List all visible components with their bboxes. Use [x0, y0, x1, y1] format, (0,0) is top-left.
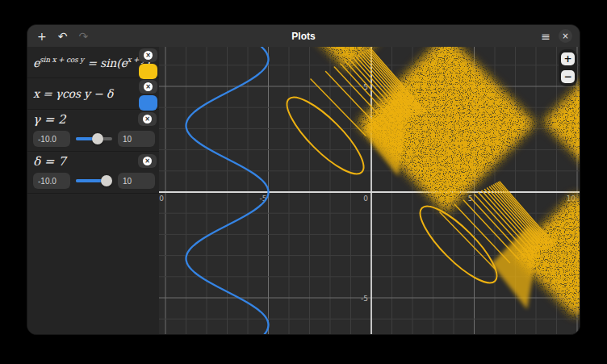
delta-max-input[interactable]: [118, 173, 155, 189]
sidebar: esin x + cos y = sin(ex + y) × x = γcos …: [27, 47, 159, 334]
formula-1-controls: ×: [139, 48, 157, 79]
menu-icon[interactable]: ≡: [541, 31, 550, 42]
redo-icon[interactable]: ↷: [78, 31, 88, 42]
add-equation-button[interactable]: +: [37, 31, 47, 42]
headerbar: + ↶ ↷ Plots ≡ ×: [27, 25, 580, 48]
svg-text:-10: -10: [159, 195, 164, 203]
svg-text:-5: -5: [361, 295, 368, 303]
zoom-out-button[interactable]: −: [561, 70, 575, 83]
plot-canvas[interactable]: -10-55105-50: [159, 47, 580, 335]
delta-min-input[interactable]: [33, 173, 70, 189]
parameter-row-gamma: γ = 2 ×: [27, 110, 159, 152]
desktop-background: + ↶ ↷ Plots ≡ × esin x + cos y = sin(ex …: [0, 0, 607, 364]
window-content: esin x + cos y = sin(ex + y) × x = γcos …: [27, 47, 580, 334]
gamma-label: γ = 2: [33, 112, 66, 127]
remove-circle-icon: ×: [143, 157, 152, 165]
remove-circle-icon: ×: [144, 82, 153, 91]
delta-label: δ = 7: [33, 154, 66, 169]
delta-slider[interactable]: [76, 174, 112, 188]
headerbar-left-controls: + ↶ ↷: [27, 31, 88, 42]
parameter-row-delta: δ = 7 ×: [27, 152, 159, 194]
gamma-slider[interactable]: [76, 132, 112, 146]
formula-2-text: x = γcos y − δ: [33, 87, 113, 100]
svg-text:0: 0: [363, 195, 368, 203]
formula-1-color-swatch[interactable]: [139, 64, 157, 79]
headerbar-right-controls: ≡ ×: [541, 29, 580, 43]
formula-2-controls: ×: [139, 80, 157, 111]
zoom-controls: + −: [559, 49, 577, 86]
remove-circle-icon: ×: [144, 51, 153, 60]
plot-area: -10-55105-50 + −: [159, 47, 580, 334]
undo-icon[interactable]: ↶: [58, 31, 68, 42]
gamma-min-input[interactable]: [33, 131, 70, 147]
remove-formula-2-button[interactable]: ×: [139, 80, 157, 94]
remove-gamma-button[interactable]: ×: [138, 112, 157, 126]
formula-2-color-swatch[interactable]: [139, 95, 157, 111]
window-close-button[interactable]: ×: [559, 29, 572, 43]
slider-knob[interactable]: [92, 133, 103, 144]
slider-knob[interactable]: [101, 175, 112, 186]
window-title: Plots: [27, 31, 580, 42]
remove-delta-button[interactable]: ×: [138, 154, 157, 168]
remove-formula-1-button[interactable]: ×: [139, 48, 157, 62]
remove-circle-icon: ×: [143, 115, 152, 123]
gamma-max-input[interactable]: [118, 131, 155, 147]
sidebar-empty-area: [27, 194, 159, 334]
formula-row-2[interactable]: x = γcos y − δ ×: [27, 78, 159, 110]
formula-row-1[interactable]: esin x + cos y = sin(ex + y) ×: [27, 47, 159, 78]
plots-window: + ↶ ↷ Plots ≡ × esin x + cos y = sin(ex …: [27, 24, 580, 335]
formula-1-text: esin x + cos y = sin(ex + y): [33, 56, 149, 69]
zoom-in-button[interactable]: +: [561, 52, 575, 65]
